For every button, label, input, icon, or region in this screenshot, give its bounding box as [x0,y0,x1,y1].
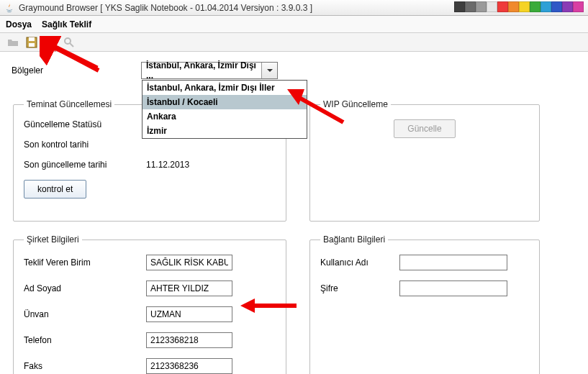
palette-swatch [465,1,476,12]
region-combo-value: İstanbul, Ankara, İzmir Dışı ... [146,60,260,81]
window-title: Graymound Browser [ YKS Saglik Notebook … [19,3,312,13]
toolbar [0,33,588,52]
tel-input[interactable] [146,332,232,348]
palette-swatch [530,1,540,12]
tel-label: Telefon [24,335,146,345]
window-titlebar: Graymound Browser [ YKS Saglik Notebook … [0,0,588,16]
menu-saglik-teklif[interactable]: Sağlık Teklif [42,19,91,29]
palette-swatch [476,1,487,12]
birim-label: Teklif Veren Birim [24,257,146,268]
teminat-legend: Teminat Güncellemesi [24,99,114,109]
svg-rect-1 [29,37,35,41]
user-input[interactable] [399,255,507,270]
menu-bar: Dosya Sağlık Teklif [0,16,588,33]
open-icon[interactable] [6,35,20,50]
check-button[interactable]: kontrol et [24,180,86,199]
content-area: Bölgeler İstanbul, Ankara, İzmir Dışı ..… [0,52,588,374]
palette-swatch [519,1,530,12]
faks-label: Faks [24,361,146,371]
user-label: Kullanıcı Adı [320,257,399,268]
region-option-2[interactable]: Ankara [143,109,307,124]
groups-row-2: Şirket Bilgileri Teklif Veren Birim Ad S… [12,234,576,374]
unvan-label: Ünvan [24,309,146,319]
wip-legend: WIP Güncelleme [320,99,391,109]
palette-swatch [454,1,465,12]
wip-group: WIP Güncelleme Güncelle [309,99,540,222]
palette-swatch [562,1,573,12]
palette-swatch [573,1,584,12]
menu-file[interactable]: Dosya [6,19,32,29]
trash-icon[interactable] [43,35,58,50]
wip-update-button[interactable]: Güncelle [394,119,455,138]
palette-swatch [551,1,562,12]
color-palette [454,1,584,12]
svg-rect-2 [29,43,35,47]
palette-swatch [497,1,508,12]
region-row: Bölgeler İstanbul, Ankara, İzmir Dışı ..… [12,62,576,79]
region-option-0[interactable]: İstanbul, Ankara, İzmir Dışı İller [143,81,307,95]
region-option-3[interactable]: İzmir [143,124,307,138]
last-check-label: Son kontrol tarihi [24,140,146,150]
faks-input[interactable] [146,358,232,374]
pass-label: Şifre [320,283,399,293]
svg-point-3 [65,38,71,44]
region-label: Bölgeler [12,65,134,76]
palette-swatch [540,1,551,12]
last-update-value: 11.12.2013 [146,160,189,170]
birim-input[interactable] [146,255,232,270]
sirket-group: Şirket Bilgileri Teklif Veren Birim Ad S… [13,234,286,374]
sirket-legend: Şirket Bilgileri [24,234,82,245]
unvan-input[interactable] [146,306,232,322]
palette-swatch [487,1,497,12]
search-icon[interactable] [62,35,76,50]
app-icon [4,3,14,13]
chevron-down-icon[interactable] [261,63,277,78]
region-option-1[interactable]: İstanbul / Kocaeli [143,95,307,109]
last-update-label: Son güncelleme tarihi [24,160,146,170]
palette-swatch [508,1,519,12]
ad-input[interactable] [146,280,232,296]
baglanti-group: Bağlantı Bilgileri Kullanıcı Adı Şifre [309,234,540,374]
save-icon[interactable] [24,35,39,50]
ad-label: Ad Soyad [24,283,146,293]
baglanti-legend: Bağlantı Bilgileri [320,234,388,245]
status-label: Güncelleme Statüsü [24,119,146,129]
svg-line-4 [70,43,73,47]
pass-input[interactable] [399,280,507,296]
region-combo[interactable]: İstanbul, Ankara, İzmir Dışı ... İstanbu… [141,62,278,79]
region-dropdown-list: İstanbul, Ankara, İzmir Dışı İller İstan… [142,80,307,139]
